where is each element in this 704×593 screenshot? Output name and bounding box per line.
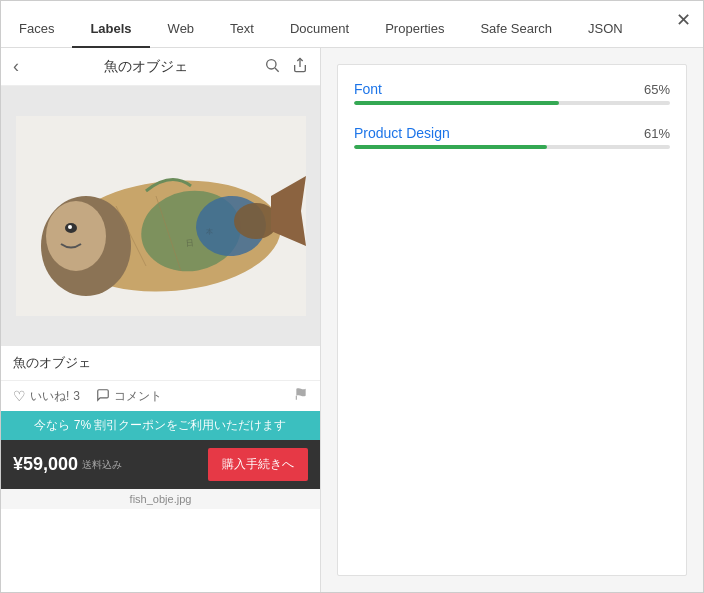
label-product-design-header: Product Design 61% (354, 125, 670, 141)
image-caption: 魚のオブジェ (1, 346, 320, 380)
like-action[interactable]: ♡ いいね! 3 (13, 388, 80, 405)
tab-web[interactable]: Web (150, 11, 213, 48)
like-label: いいね! (30, 388, 69, 405)
image-actions: ♡ いいね! 3 コメント (1, 380, 320, 411)
svg-text:本: 本 (206, 228, 213, 235)
label-font-progress-bg (354, 101, 670, 105)
comment-icon (96, 388, 110, 405)
buy-button[interactable]: 購入手続きへ (208, 448, 308, 481)
svg-point-11 (68, 225, 72, 229)
flag-action[interactable] (294, 387, 308, 405)
tab-properties[interactable]: Properties (367, 11, 462, 48)
label-font-pct: 65% (644, 82, 670, 97)
label-font-name: Font (354, 81, 382, 97)
price-display: ¥59,000 (13, 454, 78, 475)
tab-safe-search[interactable]: Safe Search (462, 11, 570, 48)
content-area: ‹ 魚のオブジェ (1, 48, 703, 592)
image-display: 日 本 (1, 86, 320, 346)
comment-label: コメント (114, 388, 162, 405)
label-product-design-pct: 61% (644, 126, 670, 141)
label-product-design-name: Product Design (354, 125, 450, 141)
svg-point-9 (46, 201, 106, 271)
svg-point-0 (267, 59, 276, 68)
promo-banner: 今なら 7% 割引クーポンをご利用いただけます (1, 411, 320, 440)
shipping-label: 送料込み (82, 458, 122, 472)
back-button[interactable]: ‹ (13, 56, 19, 77)
tab-document[interactable]: Document (272, 11, 367, 48)
labels-panel: Font 65% Product Design 61% (337, 64, 687, 576)
tab-text[interactable]: Text (212, 11, 272, 48)
toolbar-icons (264, 57, 308, 77)
label-row-font: Font 65% (354, 81, 670, 105)
share-icon[interactable] (292, 57, 308, 77)
like-icon: ♡ (13, 388, 26, 404)
modal-container: ✕ Faces Labels Web Text Document Propert… (0, 0, 704, 593)
purchase-bar: ¥59,000 送料込み 購入手続きへ (1, 440, 320, 489)
like-count: 3 (73, 389, 80, 403)
label-font-header: Font 65% (354, 81, 670, 97)
close-button[interactable]: ✕ (676, 9, 691, 31)
tab-json[interactable]: JSON (570, 11, 641, 48)
label-product-design-progress-bg (354, 145, 670, 149)
label-font-progress-fill (354, 101, 559, 105)
tab-faces[interactable]: Faces (1, 11, 72, 48)
search-icon[interactable] (264, 57, 280, 77)
tab-labels[interactable]: Labels (72, 11, 149, 48)
image-toolbar: ‹ 魚のオブジェ (1, 48, 320, 86)
comment-action[interactable]: コメント (96, 388, 162, 405)
left-panel: ‹ 魚のオブジェ (1, 48, 321, 592)
label-product-design-progress-fill (354, 145, 547, 149)
tab-bar: Faces Labels Web Text Document Propertie… (1, 1, 703, 48)
svg-text:日: 日 (185, 238, 194, 248)
image-title: 魚のオブジェ (27, 58, 264, 76)
fish-image-svg: 日 本 (16, 116, 306, 316)
svg-line-1 (275, 68, 279, 72)
label-row-product-design: Product Design 61% (354, 125, 670, 149)
filename-display: fish_obje.jpg (1, 489, 320, 509)
